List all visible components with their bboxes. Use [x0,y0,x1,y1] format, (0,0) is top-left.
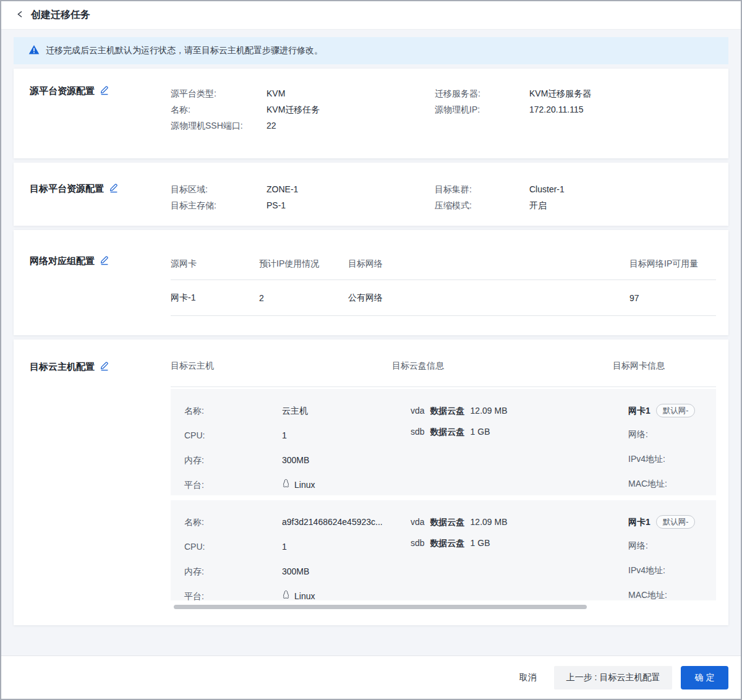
column-header: 目标网络 [348,258,629,270]
footer-actions: 取消 上一步 : 目标云主机配置 确定 [1,655,741,699]
chevron-left-icon [16,10,25,20]
field-value: PS-1 [267,197,286,213]
field-row: 内存: 300MB [184,453,411,467]
field-label: 目标集群: [435,181,529,197]
vm-platform-value: Linux [294,478,315,492]
section-title-target-vm: 目标云主机配置 [30,361,95,373]
disk-item: sdb 数据云盘 1 GB [411,536,628,550]
cell-source-nic: 网卡-1 [171,292,259,304]
disk-item: vda 数据云盘 12.09 MB [411,515,628,529]
nic-field-label: MAC地址: [628,588,716,600]
target-vm-section: 目标云主机配置 目标云主机 目标云盘信息 目标网卡信息 [14,339,728,625]
field-label: 源平台类型: [171,85,267,101]
edit-pencil-icon [100,361,109,373]
vm-memory-value: 300MB [282,453,309,467]
page-title: 创建迁移任务 [31,9,90,22]
field-row: 平台: Linux [184,589,411,600]
cancel-button[interactable]: 取消 [511,667,545,688]
field-label: 平台: [184,478,282,492]
create-migration-task-page: 创建迁移任务 迁移完成后云主机默认为运行状态，请至目标云主机配置步骤进行修改。 … [0,0,742,700]
section-title-source: 源平台资源配置 [30,85,95,97]
field-row: 目标主存储: PS-1 [171,197,435,213]
field-label: CPU: [184,429,282,442]
edit-pencil-icon [100,255,109,267]
network-mapping-table: 源网卡 预计IP使用情况 目标网络 目标网络IP可用量 网卡-1 2 公有网络 … [171,230,728,335]
linux-penguin-icon [282,589,290,600]
field-row: 迁移服务器: KVM迁移服务器 [435,85,728,101]
nic-header: 网卡1 默认网- [628,404,716,417]
field-row: 名称: KVM迁移任务 [171,101,435,117]
field-value: KVM [267,85,285,101]
content-area: 迁移完成后云主机默认为运行状态，请至目标云主机配置步骤进行修改。 源平台资源配置 [1,30,741,655]
table-row: 网卡-1 2 公有网络 97 [171,280,716,315]
disk-item: vda 数据云盘 12.09 MB [411,404,628,417]
disk-item: sdb 数据云盘 1 GB [411,425,628,438]
field-label: 名称: [184,515,282,529]
nic-name: 网卡1 [628,404,650,417]
previous-step-button[interactable]: 上一步 : 目标云主机配置 [554,666,673,689]
disk-size: 12.09 MB [471,515,508,529]
disk-type: 数据云盘 [430,536,465,550]
page-header: 创建迁移任务 [1,1,741,30]
field-label: 迁移服务器: [435,85,529,101]
nic-field-label: IPv4地址: [628,563,716,577]
column-header: 目标云盘信息 [392,361,613,372]
disk-size: 1 GB [471,536,490,550]
nic-field-label: MAC地址: [628,477,716,490]
nic-header: 网卡1 默认网- [628,515,716,529]
source-platform-section: 源平台资源配置 源平台类型: KVM 名称: K [14,69,728,158]
edit-source-button[interactable] [100,85,109,97]
disk-device: vda [411,404,425,417]
edit-network-group-button[interactable] [100,255,109,267]
disk-size: 1 GB [471,425,490,438]
default-network-badge: 默认网- [656,515,696,529]
field-label: 源物理机SSH端口: [171,117,267,134]
column-header: 预计IP使用情况 [259,258,348,270]
section-title-network-group: 网络对应组配置 [30,255,95,267]
banner-message: 迁移完成后云主机默认为运行状态，请至目标云主机配置步骤进行修改。 [46,45,323,56]
field-row: 源平台类型: KVM [171,85,435,101]
section-title-target-platform: 目标平台资源配置 [30,183,104,195]
field-row: 名称: a9f3d21468624e45923c... [184,515,411,529]
field-row: 压缩模式: 开启 [435,197,728,213]
confirm-button[interactable]: 确定 [681,666,728,689]
field-label: 名称: [171,101,267,117]
field-label: 目标区域: [171,181,267,197]
column-header: 目标云主机 [171,361,392,372]
horizontal-scrollbar[interactable] [174,605,587,609]
back-button[interactable] [16,10,25,20]
target-platform-section: 目标平台资源配置 目标区域: ZONE-1 目标主存储: [14,163,728,226]
field-value: KVM迁移任务 [267,101,320,117]
cell-target-network: 公有网络 [348,292,629,304]
column-header: 源网卡 [171,258,259,270]
cell-ip-available: 97 [629,293,716,303]
edit-target-vm-button[interactable] [100,361,109,373]
nic-field-label: 网络: [628,539,716,552]
vm-columns-header: 目标云主机 目标云盘信息 目标网卡信息 [171,361,716,386]
disk-device: vda [411,515,425,529]
field-row: 名称: 云主机 [184,404,411,417]
field-row: 源物理机IP: 172.20.11.115 [435,101,728,117]
field-label: CPU: [184,540,282,553]
nic-name: 网卡1 [628,515,650,529]
table-header-row: 源网卡 预计IP使用情况 目标网络 目标网络IP可用量 [171,258,716,280]
warning-triangle-icon [28,45,40,57]
field-label: 内存: [184,453,282,467]
disk-type: 数据云盘 [430,404,465,417]
field-value: 22 [267,117,276,134]
vm-cpu-value: 1 [282,429,287,442]
field-label: 名称: [184,404,282,417]
field-row: 内存: 300MB [184,565,411,578]
disk-type: 数据云盘 [430,425,465,438]
field-row: 目标集群: Cluster-1 [435,181,728,197]
cell-ip-usage: 2 [259,293,348,303]
field-value: KVM迁移服务器 [529,85,591,101]
field-row: CPU: 1 [184,540,411,553]
disk-type: 数据云盘 [430,515,465,529]
edit-target-platform-button[interactable] [109,182,119,195]
network-group-section: 网络对应组配置 源网卡 预计IP使用情况 目标网络 目标网络IP可用量 [14,230,728,335]
field-value: Cluster-1 [529,181,565,197]
column-header: 目标网卡信息 [613,361,716,372]
disk-device: sdb [411,425,425,438]
vm-cpu-value: 1 [282,540,287,553]
